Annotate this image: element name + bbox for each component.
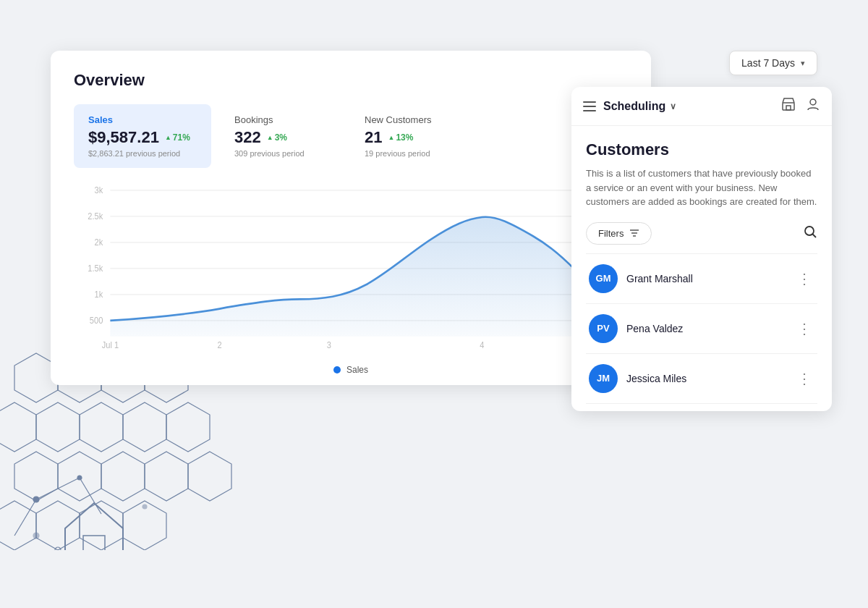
svg-point-27 (33, 533, 39, 539)
svg-marker-9 (123, 402, 166, 452)
chart-svg: 3k 2.5k 2k 1.5k 1k 500 Jul 1 (74, 182, 628, 356)
date-filter-label: Last 7 Days (741, 57, 795, 69)
filter-icon (629, 228, 639, 238)
legend-dot-sales (333, 366, 341, 373)
svg-marker-6 (0, 402, 36, 452)
svg-point-52 (805, 227, 814, 235)
customers-title: Customers (586, 140, 817, 159)
svg-text:1.5k: 1.5k (88, 264, 103, 273)
customer-avatar-1: PV (589, 314, 618, 343)
customers-card: Scheduling ∨ (571, 87, 832, 411)
svg-marker-14 (145, 452, 188, 501)
metric-bookings-value: 322 (234, 128, 261, 147)
svg-point-28 (142, 504, 147, 509)
customer-more-icon-1[interactable]: ⋮ (794, 318, 814, 339)
metric-newcust-value: 21 (365, 128, 382, 147)
svg-line-25 (14, 499, 36, 536)
svg-text:Jul 1: Jul 1 (102, 341, 119, 350)
svg-text:1k: 1k (95, 290, 103, 299)
metric-newcust-badge: 13% (388, 132, 413, 143)
customer-item-1[interactable]: PV Pena Valdez ⋮ (586, 304, 817, 354)
svg-marker-18 (80, 501, 123, 550)
svg-marker-8 (80, 402, 123, 452)
customer-name-0: Grant Marshall (626, 273, 693, 284)
scheduling-label: Scheduling ∨ (603, 100, 676, 113)
svg-rect-26 (83, 536, 105, 550)
customer-name-2: Jessica Miles (626, 373, 686, 384)
metric-sales[interactable]: Sales $9,587.21 71% $2,863.21 previous p… (74, 104, 211, 168)
svg-text:3: 3 (327, 341, 331, 350)
metric-sales-value: $9,587.21 (88, 128, 159, 147)
date-filter-dropdown[interactable]: Last 7 Days ▾ (729, 51, 817, 75)
header-icons (781, 97, 820, 115)
customer-avatar-2: JM (589, 364, 618, 393)
metric-bookings-label: Bookings (234, 114, 330, 125)
svg-rect-47 (786, 106, 791, 110)
customer-avatar-0: GM (589, 264, 618, 293)
search-icon[interactable] (803, 224, 817, 242)
chart-legend-label: Sales (346, 365, 368, 375)
chart-legend: Sales (74, 359, 628, 384)
metric-bookings-badge: 3% (267, 132, 287, 143)
customers-description: This is a list of customers that have pr… (586, 166, 817, 209)
customers-header-bar: Scheduling ∨ (571, 87, 832, 126)
customer-item-0[interactable]: GM Grant Marshall ⋮ (586, 254, 817, 304)
overview-card: Overview Sales $9,587.21 71% $2,863.21 p… (51, 51, 651, 385)
svg-marker-11 (14, 452, 58, 501)
customer-item-2[interactable]: JM Jessica Miles ⋮ (586, 354, 817, 404)
filters-row: Filters (586, 222, 817, 245)
metric-newcust-label: New Customers (365, 114, 460, 125)
store-icon[interactable] (781, 97, 796, 115)
customer-more-icon-0[interactable]: ⋮ (794, 269, 814, 289)
filters-button[interactable]: Filters (586, 222, 652, 245)
customers-body: Customers This is a list of customers th… (571, 126, 832, 411)
svg-text:2k: 2k (95, 238, 103, 247)
svg-text:3k: 3k (95, 186, 103, 195)
metric-sales-prev: $2,863.21 previous period (88, 149, 197, 158)
scheduling-chevron-icon: ∨ (670, 101, 676, 111)
metric-newcust-prev: 19 previous period (365, 149, 460, 158)
chart-area: 3k 2.5k 2k 1.5k 1k 500 Jul 1 (74, 182, 628, 385)
metric-bookings[interactable]: Bookings 322 3% 309 previous period (220, 104, 350, 168)
customer-name-1: Pena Valdez (626, 323, 683, 334)
filters-label: Filters (598, 228, 624, 239)
customer-list: GM Grant Marshall ⋮ PV Pena Valdez ⋮ JM (586, 253, 817, 404)
metric-bookings-prev: 309 previous period (234, 149, 330, 158)
search-svg (803, 224, 817, 239)
hamburger-menu-icon[interactable] (583, 101, 596, 111)
metric-sales-label: Sales (88, 114, 197, 125)
svg-marker-7 (36, 402, 80, 452)
svg-marker-15 (188, 452, 231, 501)
customer-more-icon-2[interactable]: ⋮ (794, 368, 814, 389)
overview-title: Overview (74, 71, 628, 90)
svg-rect-46 (783, 103, 794, 110)
user-icon[interactable] (806, 97, 820, 115)
svg-marker-10 (166, 402, 210, 452)
svg-text:4: 4 (480, 341, 485, 350)
metrics-row: Sales $9,587.21 71% $2,863.21 previous p… (74, 104, 628, 168)
svg-text:2: 2 (217, 341, 221, 350)
metric-sales-badge: 71% (165, 132, 190, 143)
svg-point-48 (810, 99, 816, 105)
svg-text:500: 500 (90, 316, 103, 325)
svg-line-53 (813, 234, 817, 237)
svg-text:2.5k: 2.5k (88, 212, 103, 221)
chevron-down-icon: ▾ (801, 59, 805, 68)
svg-marker-13 (101, 452, 145, 501)
svg-line-24 (80, 478, 101, 514)
metric-new-customers[interactable]: New Customers 21 13% 19 previous period (350, 104, 480, 168)
svg-marker-17 (36, 501, 80, 550)
